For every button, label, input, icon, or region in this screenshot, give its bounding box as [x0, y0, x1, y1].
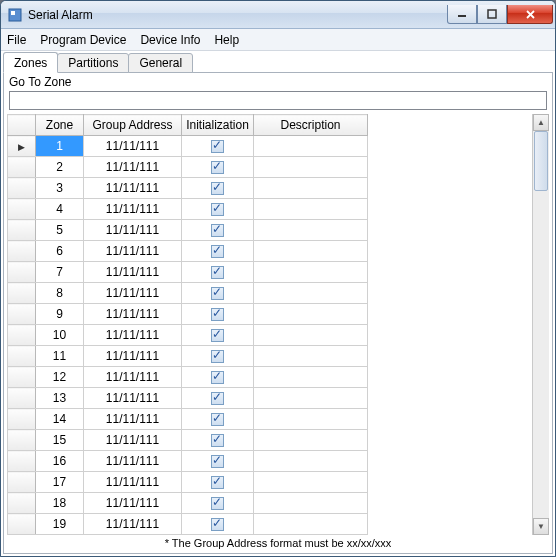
- cell-zone[interactable]: 18: [36, 493, 84, 514]
- scroll-up-button[interactable]: ▲: [533, 114, 549, 131]
- scroll-track[interactable]: [533, 131, 549, 518]
- cell-initialization[interactable]: [182, 283, 254, 304]
- cell-description[interactable]: [254, 451, 368, 472]
- cell-initialization[interactable]: [182, 304, 254, 325]
- scroll-down-button[interactable]: ▼: [533, 518, 549, 535]
- cell-zone[interactable]: 19: [36, 514, 84, 535]
- init-checkbox[interactable]: [211, 434, 224, 447]
- cell-description[interactable]: [254, 136, 368, 157]
- cell-description[interactable]: [254, 409, 368, 430]
- row-marker[interactable]: [8, 388, 36, 409]
- cell-zone[interactable]: 1: [36, 136, 84, 157]
- cell-description[interactable]: [254, 367, 368, 388]
- minimize-button[interactable]: [447, 5, 477, 24]
- init-checkbox[interactable]: [211, 392, 224, 405]
- cell-description[interactable]: [254, 304, 368, 325]
- table-row[interactable]: 911/11/111: [8, 304, 368, 325]
- cell-group-address[interactable]: 11/11/111: [84, 157, 182, 178]
- row-marker[interactable]: [8, 451, 36, 472]
- row-marker[interactable]: [8, 178, 36, 199]
- maximize-button[interactable]: [477, 5, 507, 24]
- menu-device-info[interactable]: Device Info: [140, 33, 200, 47]
- tab-zones[interactable]: Zones: [3, 52, 58, 73]
- menu-help[interactable]: Help: [214, 33, 239, 47]
- cell-zone[interactable]: 10: [36, 325, 84, 346]
- cell-description[interactable]: [254, 346, 368, 367]
- init-checkbox[interactable]: [211, 371, 224, 384]
- cell-group-address[interactable]: 11/11/111: [84, 178, 182, 199]
- init-checkbox[interactable]: [211, 266, 224, 279]
- row-marker[interactable]: [8, 220, 36, 241]
- cell-initialization[interactable]: [182, 262, 254, 283]
- col-header-group[interactable]: Group Address: [84, 115, 182, 136]
- cell-group-address[interactable]: 11/11/111: [84, 367, 182, 388]
- table-row[interactable]: 611/11/111: [8, 241, 368, 262]
- table-row[interactable]: 211/11/111: [8, 157, 368, 178]
- cell-description[interactable]: [254, 472, 368, 493]
- cell-description[interactable]: [254, 157, 368, 178]
- cell-initialization[interactable]: [182, 451, 254, 472]
- cell-group-address[interactable]: 11/11/111: [84, 514, 182, 535]
- cell-zone[interactable]: 7: [36, 262, 84, 283]
- cell-description[interactable]: [254, 199, 368, 220]
- table-row[interactable]: 1411/11/111: [8, 409, 368, 430]
- col-header-zone[interactable]: Zone: [36, 115, 84, 136]
- cell-initialization[interactable]: [182, 220, 254, 241]
- row-marker[interactable]: [8, 262, 36, 283]
- init-checkbox[interactable]: [211, 497, 224, 510]
- cell-description[interactable]: [254, 220, 368, 241]
- row-marker[interactable]: [8, 304, 36, 325]
- table-row[interactable]: 311/11/111: [8, 178, 368, 199]
- tab-general[interactable]: General: [128, 53, 193, 73]
- row-marker[interactable]: [8, 241, 36, 262]
- title-bar[interactable]: Serial Alarm: [1, 1, 555, 29]
- table-row[interactable]: 1911/11/111: [8, 514, 368, 535]
- cell-initialization[interactable]: [182, 325, 254, 346]
- cell-initialization[interactable]: [182, 178, 254, 199]
- cell-zone[interactable]: 17: [36, 472, 84, 493]
- row-marker[interactable]: [8, 514, 36, 535]
- table-row[interactable]: 111/11/111: [8, 136, 368, 157]
- cell-description[interactable]: [254, 262, 368, 283]
- cell-description[interactable]: [254, 325, 368, 346]
- cell-zone[interactable]: 3: [36, 178, 84, 199]
- cell-group-address[interactable]: 11/11/111: [84, 304, 182, 325]
- cell-description[interactable]: [254, 283, 368, 304]
- cell-initialization[interactable]: [182, 514, 254, 535]
- table-row[interactable]: 1511/11/111: [8, 430, 368, 451]
- cell-zone[interactable]: 4: [36, 199, 84, 220]
- row-marker[interactable]: [8, 283, 36, 304]
- cell-zone[interactable]: 2: [36, 157, 84, 178]
- init-checkbox[interactable]: [211, 476, 224, 489]
- table-row[interactable]: 511/11/111: [8, 220, 368, 241]
- cell-group-address[interactable]: 11/11/111: [84, 220, 182, 241]
- init-checkbox[interactable]: [211, 518, 224, 531]
- row-marker[interactable]: [8, 136, 36, 157]
- row-marker[interactable]: [8, 157, 36, 178]
- cell-description[interactable]: [254, 430, 368, 451]
- col-header-init[interactable]: Initialization: [182, 115, 254, 136]
- init-checkbox[interactable]: [211, 245, 224, 258]
- cell-initialization[interactable]: [182, 241, 254, 262]
- init-checkbox[interactable]: [211, 182, 224, 195]
- cell-zone[interactable]: 11: [36, 346, 84, 367]
- row-marker[interactable]: [8, 199, 36, 220]
- cell-group-address[interactable]: 11/11/111: [84, 199, 182, 220]
- cell-zone[interactable]: 8: [36, 283, 84, 304]
- cell-group-address[interactable]: 11/11/111: [84, 283, 182, 304]
- cell-group-address[interactable]: 11/11/111: [84, 493, 182, 514]
- cell-zone[interactable]: 6: [36, 241, 84, 262]
- cell-description[interactable]: [254, 493, 368, 514]
- table-row[interactable]: 1611/11/111: [8, 451, 368, 472]
- row-marker[interactable]: [8, 367, 36, 388]
- cell-initialization[interactable]: [182, 430, 254, 451]
- cell-initialization[interactable]: [182, 367, 254, 388]
- table-row[interactable]: 1111/11/111: [8, 346, 368, 367]
- row-marker[interactable]: [8, 325, 36, 346]
- table-row[interactable]: 711/11/111: [8, 262, 368, 283]
- cell-group-address[interactable]: 11/11/111: [84, 136, 182, 157]
- table-row[interactable]: 411/11/111: [8, 199, 368, 220]
- init-checkbox[interactable]: [211, 287, 224, 300]
- row-marker[interactable]: [8, 472, 36, 493]
- table-row[interactable]: 1311/11/111: [8, 388, 368, 409]
